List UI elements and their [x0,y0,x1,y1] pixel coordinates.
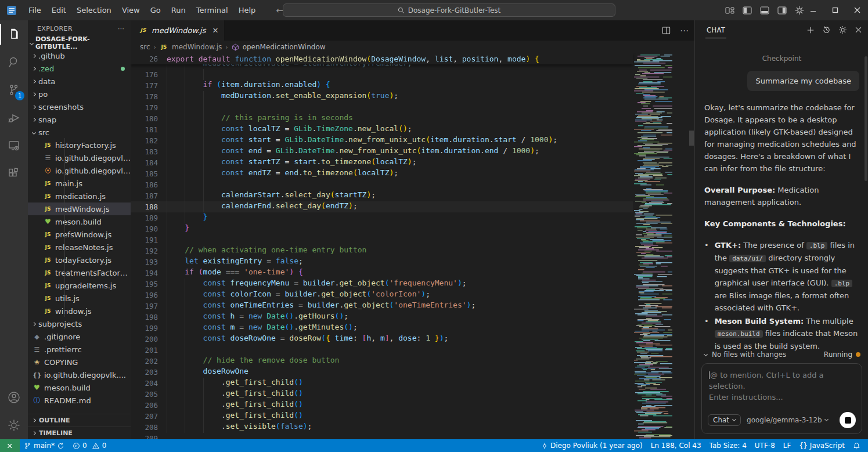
code-line-text[interactable]: const localTZ = GLib.TimeZone.new_local(… [167,124,412,135]
code-line-178[interactable]: 178medDuration.set_enable_expansion(true… [131,91,633,102]
code-line-text[interactable]: if (item.duration.enabled) { [167,80,330,91]
cursor-position-indicator[interactable]: Ln 188, Col 43 [647,439,705,452]
chat-settings-gear-icon[interactable] [838,26,847,34]
new-chat-plus-icon[interactable] [806,26,815,34]
code-line-200[interactable]: 200const doseRowOne = doseRow({ time: [h… [131,334,633,345]
code-line-text[interactable]: const startTZ = start.to_timezone(localT… [167,157,416,168]
toggle-sidebar-left-icon[interactable] [743,6,752,15]
code-line-185[interactable]: 185const endTZ = end.to_timezone(localTZ… [131,168,633,179]
code-line-189[interactable]: 189} [131,212,633,223]
timeline-section[interactable]: TIMELINE [28,426,131,439]
chat-close-icon[interactable] [855,26,862,34]
code-line-text[interactable]: const frequencyMenu = builder.get_object… [167,279,467,290]
code-line-text[interactable]: export default function openMedicationWi… [167,55,539,63]
split-editor-icon[interactable] [662,26,671,35]
menu-help[interactable]: Help [233,0,261,20]
remote-indicator[interactable] [0,439,20,452]
code-line-text[interactable]: .set_visible(false); [167,422,312,433]
tab-close-icon[interactable]: ✕ [213,26,219,35]
menu-go[interactable]: Go [145,0,166,20]
code-line-text[interactable]: // this parsing is in seconds [167,113,353,124]
manage-gear-icon[interactable] [0,411,28,439]
code-line-text[interactable]: } [167,223,189,234]
tree-item-io-github-diegopvlk-[interactable]: ☰io.github.diegopvlk.... [28,151,131,164]
breadcrumb-symbol[interactable]: openMedicationWindow [243,43,326,51]
code-line-text[interactable]: .get_first_child() [167,400,303,411]
tree-item-po[interactable]: po [28,88,131,100]
menu-edit[interactable]: Edit [46,0,71,20]
tree-item-main-js[interactable]: JSmain.js [28,177,131,190]
tree-item-upgradeitems-js[interactable]: JSupgradeItems.js [28,279,131,292]
window-close-button[interactable] [846,0,868,20]
accounts-icon[interactable] [0,384,28,411]
code-line-text[interactable]: const colorIcon = builder.get_object('co… [167,290,430,301]
customize-layout-icon[interactable] [725,6,734,15]
code-line-191[interactable]: 191 [131,234,633,245]
code-line-177[interactable]: 177if (item.duration.enabled) { [131,80,633,91]
command-center[interactable]: Dosage-Fork-GitButler-Test [283,3,615,17]
explorer-icon[interactable] [0,20,28,48]
notifications-bell[interactable] [849,439,865,452]
code-line-195[interactable]: 195const frequencyMenu = builder.get_obj… [131,279,633,290]
code-line-176[interactable]: 176 [131,69,633,80]
code-line-207[interactable]: 207.get_first_child() [131,411,633,422]
code-line-text[interactable]: const m = new Date().getMinutes(); [167,323,358,334]
tree-item--gitignore[interactable]: ◆.gitignore [28,330,131,343]
tree-item-window-js[interactable]: JSwindow.js [28,305,131,317]
code-line-text[interactable] [167,345,203,356]
code-line-text[interactable]: .get_first_child() [167,378,303,389]
chat-scrollbar-thumb[interactable] [865,56,867,181]
code-line-202[interactable]: 202// hide the remove dose button [131,356,633,367]
git-blame-indicator[interactable]: Diego Povliuk (1 year ago) [537,439,647,452]
code-line-text[interactable]: calendarEnd.select_day(endTZ); [167,201,358,212]
sticky-scroll-line[interactable]: 26export default function openMedication… [131,53,633,64]
tree-item-io-github-diegopvlk-[interactable]: ⦿io.github.diegopvlk.... [28,164,131,177]
tree-item-todayfactory-js[interactable]: JStodayFactory.js [28,254,131,266]
chat-tab[interactable]: CHAT [705,22,726,38]
nav-back-icon[interactable]: ← [276,5,283,16]
code-line-183[interactable]: 183const end = GLib.DateTime.new_from_un… [131,146,633,157]
code-line-204[interactable]: 204.get_first_child() [131,378,633,389]
tree-item-snap[interactable]: snap [28,113,131,126]
code-line-192[interactable]: 192// when activating one-time entry but… [131,245,633,256]
stop-generation-button[interactable] [840,412,856,428]
menu-selection[interactable]: Selection [71,0,117,20]
code-line-text[interactable]: const doseRowOne = doseRow({ time: [h, m… [167,334,448,345]
code-line-text[interactable]: .get_first_child() [167,389,303,400]
tree-item-releasenotes-js[interactable]: JSreleaseNotes.js [28,241,131,254]
tree-item-historyfactory-js[interactable]: JShistoryFactory.js [28,139,131,151]
menu-file[interactable]: File [23,0,46,20]
tree-item-data[interactable]: data [28,75,131,88]
tree-item-screenshots[interactable]: screenshots [28,100,131,113]
code-line-209[interactable]: 209 [131,433,633,439]
code-line-text[interactable]: } [167,212,207,223]
minimap[interactable] [633,53,688,439]
code-line-182[interactable]: 182const start = GLib.DateTime.new_from_… [131,135,633,146]
code-line-181[interactable]: 181const localTZ = GLib.TimeZone.new_loc… [131,124,633,135]
code-line-text[interactable] [167,179,221,190]
run-debug-icon[interactable] [0,104,28,132]
code-line-text[interactable] [167,102,221,113]
tab-size-indicator[interactable]: Tab Size: 4 [705,439,751,452]
menu-terminal[interactable]: Terminal [191,0,233,20]
problems-indicator[interactable]: 0 0 [69,439,110,452]
encoding-indicator[interactable]: UTF-8 [751,439,779,452]
code-line-203[interactable]: 203doseRowOne [131,367,633,378]
extensions-icon[interactable] [0,160,28,187]
tree-item-copying[interactable]: ❀COPYING [28,356,131,368]
menu-view[interactable]: View [117,0,145,20]
tree-item-io-github-diegopvlk-[interactable]: {}io.github.diegopvlk.... [28,368,131,381]
eol-indicator[interactable]: LF [779,439,795,452]
code-line-text[interactable] [167,234,185,245]
code-line-186[interactable]: 186 [131,179,633,190]
code-line-206[interactable]: 206.get_first_child() [131,400,633,411]
tab-medwindow[interactable]: JS medWindow.js ✕ [131,20,225,41]
source-control-icon[interactable]: 1 [0,76,28,104]
code-line-text[interactable]: const end = GLib.DateTime.new_from_unix_… [167,146,539,157]
tree-item-subprojects[interactable]: subprojects [28,317,131,330]
code-line-180[interactable]: 180// this parsing is in seconds [131,113,633,124]
breadcrumb-file[interactable]: medWindow.js [172,43,222,51]
menu-run[interactable]: Run [166,0,191,20]
scrollbar-thumb[interactable] [689,131,694,146]
code-line-text[interactable]: calendarStart.select_day(startTZ); [167,190,376,201]
